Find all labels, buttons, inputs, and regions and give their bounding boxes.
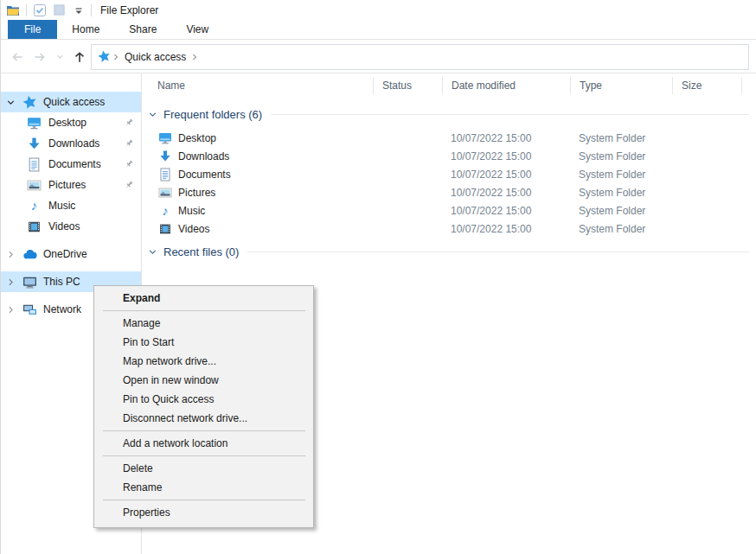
tab-file[interactable]: File	[8, 20, 57, 39]
documents-icon	[27, 157, 42, 172]
file-type: System Folder	[570, 205, 672, 217]
sidebar-spacer	[1, 264, 141, 271]
file-row-videos[interactable]: Videos 10/07/2022 15:00 System Folder	[142, 220, 756, 238]
quick-access-star-icon	[97, 49, 112, 65]
file-row-documents[interactable]: Documents 10/07/2022 15:00 System Folder	[142, 165, 756, 183]
column-header-size[interactable]: Size	[672, 77, 742, 94]
group-header-frequent-folders[interactable]: Frequent folders (6)	[142, 105, 756, 124]
menu-separator	[103, 500, 305, 500]
menu-separator	[103, 455, 305, 456]
file-type: System Folder	[570, 169, 672, 181]
titlebar-divider	[91, 4, 92, 16]
column-header-type[interactable]: Type	[570, 77, 672, 94]
nav-buttons	[1, 49, 91, 65]
menu-item-pin-to-quick-access[interactable]: Pin to Quick access	[94, 390, 313, 409]
sidebar-item-onedrive[interactable]: OneDrive	[1, 244, 141, 264]
title-bar: File Explorer	[1, 0, 756, 20]
sidebar-spacer	[1, 237, 141, 244]
file-explorer-window: File Explorer File Home Share View	[0, 0, 756, 554]
chevron-down-icon[interactable]	[5, 97, 17, 108]
tab-view[interactable]: View	[171, 20, 223, 39]
qat-properties-button[interactable]	[32, 3, 47, 17]
sidebar-item-pictures[interactable]: Pictures	[1, 175, 141, 195]
sidebar-item-quick-access[interactable]: Quick access	[1, 92, 141, 112]
sidebar-item-videos[interactable]: Videos	[1, 216, 141, 237]
titlebar-divider	[26, 4, 27, 16]
sidebar-item-documents[interactable]: Documents	[1, 154, 141, 175]
sidebar-item-label: Pictures	[48, 179, 86, 191]
chevron-down-icon[interactable]	[147, 246, 158, 258]
recent-locations-button[interactable]	[55, 52, 65, 61]
documents-icon	[158, 168, 172, 181]
up-button[interactable]	[72, 49, 87, 65]
menu-item-add-a-network-location[interactable]: Add a network location	[94, 434, 313, 453]
pictures-icon	[27, 178, 42, 193]
chevron-down-icon[interactable]	[147, 109, 158, 120]
column-header-name[interactable]: Name	[142, 77, 373, 94]
tab-home[interactable]: Home	[57, 20, 114, 39]
sidebar-item-music[interactable]: ♪ Music	[1, 195, 141, 216]
quick-access-star-icon	[21, 93, 38, 111]
downloads-icon	[158, 150, 172, 163]
menu-item-delete[interactable]: Delete	[94, 459, 313, 478]
menu-item-properties[interactable]: Properties	[94, 503, 313, 522]
breadcrumb-chevron-icon[interactable]	[189, 52, 200, 62]
column-header-status[interactable]: Status	[373, 77, 442, 94]
chevron-right-icon[interactable]	[5, 304, 17, 315]
chevron-right-icon[interactable]	[5, 249, 17, 260]
qat-new-folder-button[interactable]	[52, 3, 67, 17]
sidebar-item-desktop[interactable]: Desktop	[1, 112, 141, 133]
sidebar-item-downloads[interactable]: Downloads	[1, 133, 141, 154]
file-date: 10/07/2022 15:00	[442, 205, 570, 217]
menu-item-rename[interactable]: Rename	[94, 478, 313, 497]
videos-icon	[27, 220, 42, 234]
file-name: Pictures	[178, 187, 215, 199]
menu-item-open-in-new-window[interactable]: Open in new window	[94, 371, 313, 390]
onedrive-cloud-icon	[22, 247, 37, 262]
group-header-rule	[247, 252, 749, 252]
sidebar-item-label: Network	[43, 303, 81, 315]
menu-item-map-network-drive[interactable]: Map network drive...	[94, 352, 313, 371]
file-type: System Folder	[570, 132, 672, 144]
pin-icon	[123, 180, 134, 191]
file-name: Documents	[178, 169, 231, 181]
videos-icon	[158, 222, 172, 236]
sidebar-item-label: Music	[48, 200, 75, 212]
music-note-icon: ♪	[158, 204, 172, 218]
tab-share[interactable]: Share	[114, 20, 171, 39]
sidebar-item-label: Desktop	[48, 117, 86, 129]
checkbox-icon	[33, 3, 47, 17]
menu-item-manage[interactable]: Manage	[94, 314, 313, 333]
menu-item-disconnect-network-drive[interactable]: Disconnect network drive...	[94, 409, 313, 428]
file-row-desktop[interactable]: Desktop 10/07/2022 15:00 System Folder	[142, 129, 756, 147]
menu-item-pin-to-start[interactable]: Pin to Start	[94, 333, 313, 352]
sidebar-item-label: Downloads	[48, 137, 99, 150]
desktop-icon	[27, 116, 42, 131]
breadcrumb-chevron-icon[interactable]	[111, 52, 121, 62]
group-header-label: Recent files (0)	[163, 245, 239, 258]
menu-item-expand[interactable]: Expand	[94, 289, 313, 308]
address-bar[interactable]: Quick access	[91, 44, 749, 70]
column-header-row: Name Status Date modified Type Size	[142, 73, 756, 97]
chevron-right-icon[interactable]	[5, 277, 17, 288]
file-date: 10/07/2022 15:00	[442, 169, 570, 181]
pin-icon	[123, 138, 134, 150]
file-name: Desktop	[178, 132, 216, 144]
file-row-pictures[interactable]: Pictures 10/07/2022 15:00 System Folder	[142, 183, 756, 201]
pictures-icon	[158, 186, 172, 200]
back-button[interactable]	[10, 49, 25, 65]
sidebar-item-label: Videos	[48, 220, 80, 232]
file-date: 10/07/2022 15:00	[442, 132, 570, 144]
group-header-recent-files[interactable]: Recent files (0)	[142, 242, 756, 261]
downloads-icon	[27, 137, 42, 151]
sidebar-item-label: This PC	[43, 276, 80, 288]
file-date: 10/07/2022 15:00	[442, 223, 570, 235]
file-row-music[interactable]: ♪ Music 10/07/2022 15:00 System Folder	[142, 201, 756, 220]
breadcrumb[interactable]: Quick access	[125, 51, 186, 63]
column-header-date-modified[interactable]: Date modified	[442, 77, 570, 94]
file-row-downloads[interactable]: Downloads 10/07/2022 15:00 System Folder	[142, 147, 756, 165]
file-type: System Folder	[570, 150, 672, 162]
forward-button[interactable]	[32, 49, 48, 65]
qat-customize-button[interactable]	[71, 3, 86, 17]
desktop-icon	[158, 131, 172, 145]
